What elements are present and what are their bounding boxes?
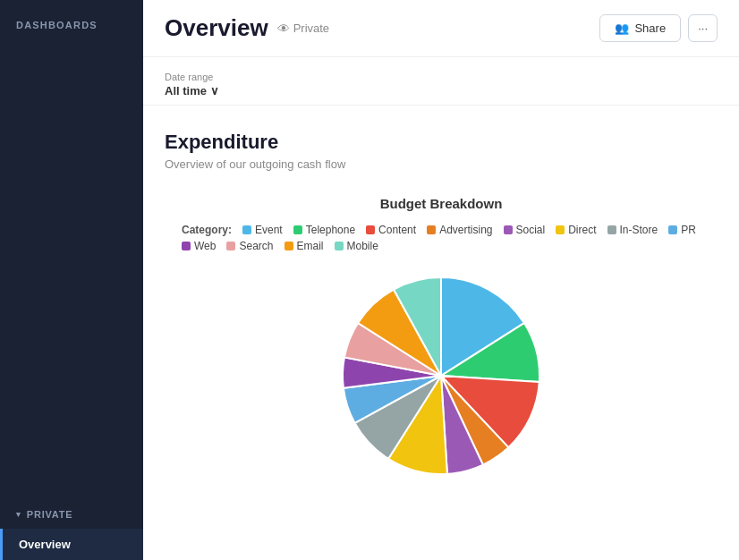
legend-item: PR (668, 224, 696, 236)
date-range-section: Date range All time ∨ (143, 57, 739, 106)
section-subtitle: Overview of our outgoing cash flow (165, 157, 718, 171)
legend-item-label: PR (681, 224, 696, 236)
content-area: Expenditure Overview of our outgoing cas… (143, 106, 739, 508)
pie-chart (334, 268, 548, 483)
legend-item-label: Mobile (347, 240, 378, 252)
legend-item: In-Store (607, 224, 658, 236)
legend-dot (285, 242, 293, 250)
legend-item: Search (226, 240, 273, 252)
chart-legend: Category: EventTelephoneContentAdvertisi… (182, 224, 701, 252)
date-range-value: All time (165, 84, 207, 98)
legend-item: Direct (556, 224, 596, 236)
legend-item-label: Content (378, 224, 416, 236)
legend-dot (335, 242, 344, 250)
pie-chart-svg (334, 268, 548, 483)
sidebar: DASHBOARDS ▾ PRIVATE Overview (0, 0, 143, 560)
legend-item: Content (366, 224, 416, 236)
legend-item-label: Event (255, 224, 283, 236)
chart-container: Budget Breakdown Category: EventTelephon… (165, 196, 718, 483)
date-range-label: Date range (165, 72, 718, 82)
legend-item-label: Advertising (439, 224, 492, 236)
chevron-down-icon: ∨ (210, 84, 219, 98)
legend-item: Mobile (335, 240, 378, 252)
legend-item: Event (242, 224, 283, 236)
legend-item-label: Web (194, 240, 216, 252)
legend-item-label: Email (297, 240, 324, 252)
legend-dot (668, 225, 677, 234)
more-options-button[interactable]: ··· (688, 14, 718, 42)
sidebar-section-label: PRIVATE (27, 509, 73, 520)
legend-dot (242, 225, 251, 234)
legend-item-label: Search (239, 240, 273, 252)
main-content: Overview 👁 Private 👥 Share ··· Date rang… (143, 0, 739, 560)
legend-item: Email (285, 240, 324, 252)
legend-item: Web (182, 240, 216, 252)
sidebar-section-private[interactable]: ▾ PRIVATE (0, 500, 143, 529)
legend-dot (607, 225, 616, 234)
legend-item-label: Social (516, 224, 546, 236)
share-button[interactable]: 👥 Share (599, 14, 681, 42)
legend-dot (182, 242, 191, 250)
sidebar-header: DASHBOARDS (0, 0, 143, 47)
page-title: Overview (165, 14, 268, 42)
legend-item: Telephone (293, 224, 355, 236)
share-label: Share (634, 21, 666, 35)
legend-item-label: In-Store (620, 224, 658, 236)
page-header: Overview 👁 Private 👥 Share ··· (143, 0, 739, 57)
eye-icon: 👁 (277, 21, 290, 36)
legend-dot (427, 225, 436, 234)
section-title: Expenditure (165, 131, 718, 154)
sidebar-item-overview[interactable]: Overview (0, 529, 143, 560)
legend-dot (504, 225, 513, 234)
header-actions: 👥 Share ··· (599, 14, 718, 42)
privacy-label: Private (293, 21, 329, 35)
legend-dot (556, 225, 565, 234)
legend-item: Social (504, 224, 546, 236)
legend-dot (226, 242, 235, 250)
legend-dot (293, 225, 302, 234)
legend-category-label: Category: (182, 224, 232, 236)
legend-item-label: Direct (568, 224, 596, 236)
legend-item-label: Telephone (306, 224, 355, 236)
chart-title: Budget Breakdown (380, 196, 503, 211)
date-range-selector[interactable]: All time ∨ (165, 84, 718, 98)
privacy-indicator: 👁 Private (277, 21, 329, 36)
share-icon: 👥 (615, 21, 629, 35)
legend-dot (366, 225, 375, 234)
legend-item: Advertising (427, 224, 492, 236)
chevron-down-icon: ▾ (16, 510, 21, 519)
